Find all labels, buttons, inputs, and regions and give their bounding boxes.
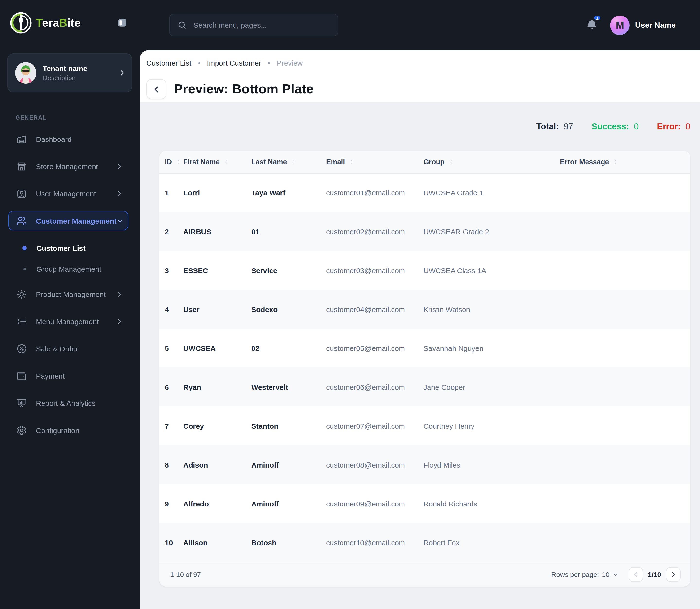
sidebar-item-user-management[interactable]: User Management: [8, 184, 128, 203]
previous-page-button[interactable]: [629, 567, 643, 582]
table-header-row: ID First Name Last Name Email Group Erro…: [159, 151, 690, 173]
wallet-icon: [17, 371, 27, 381]
sidebar-item-configuration[interactable]: Configuration: [8, 420, 128, 440]
cell-id: 6: [159, 367, 183, 406]
back-button[interactable]: [146, 79, 166, 99]
cell-first-name: Ryan: [183, 367, 251, 406]
table-row: 3 ESSEC Service customer03@email.com UWC…: [159, 251, 690, 290]
breadcrumb-import-customer[interactable]: Import Customer: [207, 59, 261, 67]
sidebar-item-dashboard[interactable]: Dashboard: [8, 129, 128, 149]
table-body: 1 Lorri Taya Warf customer01@email.com U…: [159, 173, 690, 562]
cell-last-name: Westervelt: [251, 367, 326, 406]
cell-id: 1: [159, 173, 183, 212]
cell-first-name: Adison: [183, 445, 251, 484]
sort-icon: [612, 159, 618, 165]
table-row: 5 UWCSEA 02 customer05@email.com Savanna…: [159, 329, 690, 367]
cell-error-message: [560, 212, 690, 251]
column-header-group[interactable]: Group: [423, 151, 560, 173]
stat-total-value: 97: [564, 122, 573, 132]
warehouse-icon: [17, 134, 27, 144]
sidebar-item-product-management[interactable]: Product Management: [8, 284, 128, 304]
sidebar-section-label: GENERAL: [16, 115, 140, 121]
user-name[interactable]: User Name: [635, 21, 676, 30]
search-box[interactable]: [169, 14, 338, 36]
column-header-email[interactable]: Email: [326, 151, 423, 173]
sidebar-item-sale-order[interactable]: Sale & Order: [8, 339, 128, 358]
cell-last-name: Botosh: [251, 523, 326, 562]
stat-total: Total: 97: [536, 122, 573, 132]
stat-success-value: 0: [634, 122, 638, 132]
bell-icon: [587, 19, 598, 31]
breadcrumb: Customer List Import Customer Preview: [146, 59, 700, 67]
bullet-icon: [23, 267, 26, 270]
page-indicator: 1/10: [648, 571, 661, 578]
cell-group: Courtney Henry: [423, 406, 560, 445]
cell-first-name: Corey: [183, 406, 251, 445]
notification-badge: 1: [593, 15, 601, 21]
app-root: 1 M User Name TeraBite: [0, 0, 700, 609]
active-bullet-icon: [22, 246, 27, 250]
notifications-button[interactable]: 1: [587, 19, 598, 31]
cell-last-name: Sodexo: [251, 290, 326, 329]
breadcrumb-preview: Preview: [277, 59, 303, 67]
table-footer: 1-10 of 97 Rows per page: 10 1/10: [159, 562, 690, 587]
sidebar-item-customer-management[interactable]: Customer Management: [8, 211, 128, 230]
sidebar-item-label: Dashboard: [36, 135, 72, 143]
logo-row: TeraBite: [0, 0, 140, 34]
list-ordered-icon: [17, 316, 27, 326]
rows-per-page-label: Rows per page:: [551, 571, 599, 578]
cell-id: 10: [159, 523, 183, 562]
chevron-right-icon: [116, 318, 123, 325]
cell-group: Jane Cooper: [423, 367, 560, 406]
cell-id: 4: [159, 290, 183, 329]
cell-id: 9: [159, 484, 183, 523]
sort-icon: [291, 159, 296, 165]
cell-group: UWCSEA Grade 1: [423, 173, 560, 212]
page-header: Customer List Import Customer Preview Pr…: [140, 50, 700, 102]
sidebar-item-label: Menu Management: [36, 317, 99, 325]
badge-percent-icon: [17, 343, 27, 353]
sidebar-item-group-management[interactable]: Group Management: [0, 259, 128, 278]
tenant-switcher[interactable]: Tenant name Description: [7, 53, 132, 92]
column-header-last-name[interactable]: Last Name: [251, 151, 326, 173]
sidebar-item-report-analytics[interactable]: Report & Analytics: [8, 393, 128, 413]
table-row: 10 Allison Botosh customer10@email.com R…: [159, 523, 690, 562]
column-header-first-name[interactable]: First Name: [183, 151, 251, 173]
sidebar-item-label: Payment: [36, 371, 65, 380]
cell-group: Kristin Watson: [423, 290, 560, 329]
next-page-button[interactable]: [666, 567, 681, 582]
column-header-error-message[interactable]: Error Message: [560, 151, 690, 173]
import-stats: Total: 97 Success: 0 Error: 0: [159, 122, 690, 133]
sidebar-item-customer-list[interactable]: Customer List: [0, 238, 128, 258]
sidebar-item-store-management[interactable]: Store Management: [8, 157, 128, 176]
brand-name: TeraBite: [36, 16, 81, 30]
column-header-id[interactable]: ID: [159, 151, 183, 173]
stat-error: Error: 0: [657, 122, 690, 132]
stat-total-label: Total:: [536, 122, 559, 132]
cell-email: customer05@email.com: [326, 329, 423, 367]
sidebar-item-menu-management[interactable]: Menu Management: [8, 312, 128, 331]
preview-table: ID First Name Last Name Email Group Erro…: [159, 151, 690, 562]
cell-group: Floyd Miles: [423, 445, 560, 484]
cell-last-name: Stanton: [251, 406, 326, 445]
cell-error-message: [560, 251, 690, 290]
cell-email: customer02@email.com: [326, 212, 423, 251]
cell-group: UWCSEAR Grade 2: [423, 212, 560, 251]
cell-error-message: [560, 406, 690, 445]
pagination-range: 1-10 of 97: [170, 571, 201, 578]
cell-email: customer06@email.com: [326, 367, 423, 406]
breadcrumb-customer-list[interactable]: Customer List: [146, 59, 191, 67]
chevron-right-icon: [670, 571, 677, 578]
title-row: Preview: Bottom Plate: [146, 73, 700, 105]
sort-icon: [448, 159, 454, 165]
table-row: 7 Corey Stanton customer07@email.com Cou…: [159, 406, 690, 445]
sidebar-collapse-button[interactable]: [117, 17, 127, 28]
cell-id: 2: [159, 212, 183, 251]
search-input[interactable]: [192, 20, 331, 30]
stat-success-label: Success:: [592, 122, 629, 132]
user-avatar[interactable]: M: [610, 15, 630, 35]
chevron-left-icon: [632, 571, 639, 578]
cell-error-message: [560, 173, 690, 212]
rows-per-page-select[interactable]: Rows per page: 10: [551, 571, 618, 578]
sidebar-item-payment[interactable]: Payment: [8, 366, 128, 385]
